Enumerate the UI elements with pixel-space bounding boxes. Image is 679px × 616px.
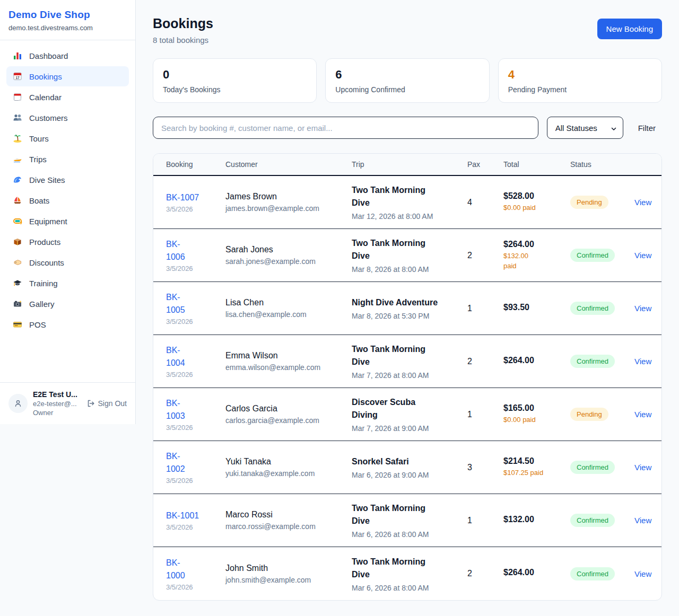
customer-email: john.smith@example.com xyxy=(225,576,352,584)
stat-label: Today's Bookings xyxy=(163,85,307,94)
column-header-total: Total xyxy=(503,160,570,169)
view-link[interactable]: View xyxy=(634,357,651,366)
sidebar-item-customers[interactable]: Customers xyxy=(6,108,129,128)
view-link[interactable]: View xyxy=(634,304,651,313)
page-header: Bookings 8 total bookings New Booking xyxy=(153,16,662,45)
trip-name: Two Tank Morning Dive xyxy=(352,237,467,262)
sidebar-item-dive-sites[interactable]: Dive Sites xyxy=(6,170,129,190)
booking-id-link[interactable]: BK- 1004 xyxy=(166,344,225,369)
tear-off-calendar-icon xyxy=(13,92,22,102)
booking-id-link[interactable]: BK- 1005 xyxy=(166,291,225,316)
booking-date: 3/5/2026 xyxy=(166,371,225,379)
booking-id-link[interactable]: BK- 1003 xyxy=(166,397,225,423)
sidebar-item-equipment[interactable]: Equipment xyxy=(6,211,129,231)
trip-name: Two Tank Morning Dive xyxy=(352,556,467,581)
column-header-status: Status xyxy=(570,160,634,169)
sidebar-item-label: Calendar xyxy=(29,93,62,102)
sidebar-item-training[interactable]: Training xyxy=(6,273,129,293)
trip-name: Two Tank Morning Dive xyxy=(352,343,467,368)
dive-mask-icon xyxy=(13,216,22,226)
speedboat-icon xyxy=(13,154,22,164)
sidebar-item-label: Bookings xyxy=(29,72,62,81)
table-row: BK- 10063/5/2026 Sarah Jonessarah.jones@… xyxy=(153,229,661,282)
trip-time: Mar 6, 2026 at 8:00 AM xyxy=(352,584,467,592)
table-row: BK- 10023/5/2026 Yuki Tanakayuki.tanaka@… xyxy=(153,441,661,494)
sidebar-nav: Dashboard 17 Bookings Calendar Customers… xyxy=(0,40,135,382)
brand-domain: demo.test.divestreams.com xyxy=(8,24,127,32)
table-row: BK- 10043/5/2026 Emma Wilsonemma.wilson@… xyxy=(153,335,661,388)
booking-id-link[interactable]: BK- 1002 xyxy=(166,450,225,476)
status-select[interactable]: All Statuses xyxy=(547,117,623,139)
booking-id-link[interactable]: BK-1007 xyxy=(166,191,225,204)
table-row: BK- 10033/5/2026 Carlos Garciacarlos.gar… xyxy=(153,388,661,441)
column-header-booking: Booking xyxy=(166,160,225,169)
customer-name: John Smith xyxy=(225,564,352,573)
total-amount: $132.00 xyxy=(503,515,570,524)
customer-name: Marco Rossi xyxy=(225,510,352,520)
camera-icon xyxy=(13,299,22,309)
trip-name: Two Tank Morning Dive xyxy=(352,502,467,527)
sign-out-button[interactable]: Sign Out xyxy=(86,399,127,408)
status-select-control[interactable]: All Statuses xyxy=(547,117,623,138)
brand[interactable]: Demo Dive Shop demo.test.divestreams.com xyxy=(0,0,135,40)
search-input[interactable] xyxy=(153,117,538,139)
sidebar-item-trips[interactable]: Trips xyxy=(6,149,129,169)
booking-date: 3/5/2026 xyxy=(166,523,225,531)
customer-email: sarah.jones@example.com xyxy=(225,257,352,266)
user-role: Owner xyxy=(33,409,81,417)
view-link[interactable]: View xyxy=(634,251,651,260)
paid-amount: $132.00 paid xyxy=(503,251,570,271)
paid-amount: $0.00 paid xyxy=(503,415,570,425)
view-link[interactable]: View xyxy=(634,463,651,472)
stat-value: 0 xyxy=(163,68,307,82)
status-badge: Confirmed xyxy=(570,567,615,580)
user-email: e2e-tester@... xyxy=(33,400,81,408)
sidebar-item-label: Boats xyxy=(29,196,49,205)
customer-name: Yuki Tanaka xyxy=(225,457,352,467)
status-badge: Pending xyxy=(570,408,608,421)
view-link[interactable]: View xyxy=(634,198,651,207)
total-amount: $264.00 xyxy=(503,568,570,577)
tag-icon xyxy=(13,258,22,267)
sidebar-item-discounts[interactable]: Discounts xyxy=(6,252,129,272)
sign-out-icon xyxy=(86,399,95,408)
sidebar-item-dashboard[interactable]: Dashboard xyxy=(6,46,129,66)
sidebar-item-calendar[interactable]: Calendar xyxy=(6,87,129,107)
sidebar-item-label: POS xyxy=(29,320,46,329)
booking-id-link[interactable]: BK- 1000 xyxy=(166,557,225,582)
stat-card-pending-payment: 4 Pending Payment xyxy=(498,58,662,103)
sidebar-item-boats[interactable]: Boats xyxy=(6,190,129,210)
table-row: BK- 10003/5/2026 John Smithjohn.smith@ex… xyxy=(153,547,661,600)
booking-id-link[interactable]: BK-1001 xyxy=(166,509,225,522)
svg-text:17: 17 xyxy=(15,76,20,80)
view-link[interactable]: View xyxy=(634,516,651,525)
stat-value: 4 xyxy=(508,68,652,82)
new-booking-button[interactable]: New Booking xyxy=(597,19,662,39)
trip-time: Mar 6, 2026 at 8:00 AM xyxy=(352,530,467,539)
sign-out-label: Sign Out xyxy=(98,399,127,408)
total-amount: $264.00 xyxy=(503,356,570,365)
view-link[interactable]: View xyxy=(634,569,651,578)
sidebar-item-pos[interactable]: POS xyxy=(6,314,129,335)
pax-count: 3 xyxy=(467,463,503,472)
trip-name: Discover Scuba Diving xyxy=(352,396,467,421)
sidebar-item-tours[interactable]: Tours xyxy=(6,128,129,148)
stat-label: Pending Payment xyxy=(508,85,652,94)
total-amount: $93.50 xyxy=(503,303,570,312)
paid-amount: $0.00 paid xyxy=(503,203,570,213)
view-link[interactable]: View xyxy=(634,410,651,419)
customer-email: yuki.tanaka@example.com xyxy=(225,469,352,478)
user-meta: E2E Test U... e2e-tester@... Owner xyxy=(33,390,81,417)
trip-time: Mar 7, 2026 at 9:00 AM xyxy=(352,424,467,433)
booking-id-link[interactable]: BK- 1006 xyxy=(166,238,225,263)
filter-button[interactable]: Filter xyxy=(632,124,662,133)
package-icon xyxy=(13,237,22,247)
sidebar-item-gallery[interactable]: Gallery xyxy=(6,294,129,314)
sidebar-item-products[interactable]: Products xyxy=(6,232,129,252)
pax-count: 1 xyxy=(467,410,503,419)
sidebar-item-bookings[interactable]: 17 Bookings xyxy=(6,66,129,86)
sidebar-item-label: Dashboard xyxy=(29,51,68,60)
total-amount: $528.00 xyxy=(503,191,570,201)
customer-email: james.brown@example.com xyxy=(225,204,352,213)
customer-name: Sarah Jones xyxy=(225,245,352,254)
